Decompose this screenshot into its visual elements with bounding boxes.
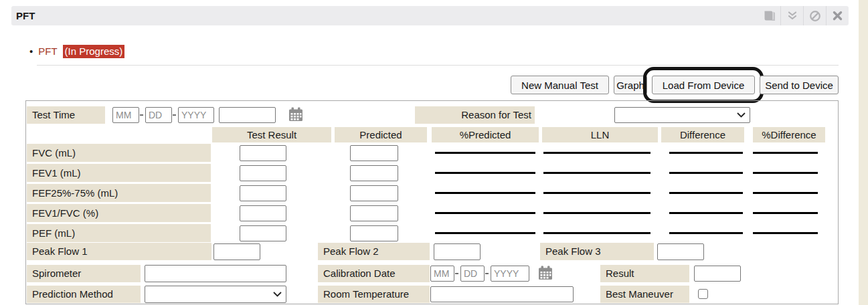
empty-value-line <box>753 212 818 214</box>
empty-value-line <box>543 172 650 174</box>
column-header-lln: LLN <box>542 127 658 142</box>
fev1-fvc-test-result-input[interactable] <box>240 205 286 221</box>
empty-value-line <box>543 212 650 214</box>
empty-value-line <box>669 192 743 194</box>
empty-value-line <box>753 152 818 154</box>
test-date-month-input[interactable] <box>112 107 139 123</box>
column-header-pct-difference: %Difference <box>753 127 825 142</box>
status-badge: (In Progress) <box>63 45 125 58</box>
column-header-pct-predicted: %Predicted <box>432 127 539 142</box>
prediction-method-label: Prediction Method <box>27 286 141 303</box>
fev1-predicted-input[interactable] <box>350 165 398 181</box>
peak-flow-2-input[interactable] <box>434 243 481 260</box>
page-edge-strip <box>859 0 868 305</box>
metric-label: FEV1 (mL) <box>27 164 211 182</box>
date-separator <box>140 114 143 116</box>
fev1-fvc-predicted-input[interactable] <box>350 205 398 221</box>
double-chevron-down-icon <box>787 11 798 21</box>
fef-test-result-input[interactable] <box>240 185 286 201</box>
empty-value-line <box>435 192 535 194</box>
section-header-bar <box>11 6 849 25</box>
empty-value-line <box>435 152 535 154</box>
empty-value-line <box>435 232 535 234</box>
graph-button[interactable]: Graph <box>614 76 647 94</box>
page-title: PFT <box>16 6 35 25</box>
chevron-down-icon <box>737 112 746 118</box>
room-temperature-input[interactable] <box>430 286 574 302</box>
empty-value-line <box>753 172 818 174</box>
fef-predicted-input[interactable] <box>350 185 398 201</box>
fvc-predicted-input[interactable] <box>350 145 398 161</box>
empty-value-line <box>435 172 535 174</box>
peak-flow-1-input[interactable] <box>213 243 260 260</box>
empty-value-line <box>669 232 743 234</box>
empty-value-line <box>753 232 818 234</box>
double-chevron-down-icon[interactable] <box>780 6 803 25</box>
peak-flow-3-input[interactable] <box>657 243 704 260</box>
metric-label: FEF25%-75% (mL) <box>27 184 211 202</box>
status-line: • PFT (In Progress) <box>29 44 124 58</box>
empty-value-line <box>543 232 650 234</box>
calendar-icon[interactable] <box>288 107 303 124</box>
reason-for-test-select[interactable] <box>614 107 750 123</box>
bullet-dot: • <box>29 45 33 57</box>
empty-value-line <box>669 172 743 174</box>
action-button-row: New Manual Test Graph Load From Device S… <box>0 76 839 94</box>
load-from-device-button[interactable]: Load From Device <box>652 76 755 94</box>
result-label: Result <box>600 265 689 282</box>
empty-value-line <box>435 212 535 214</box>
empty-value-line <box>543 152 650 154</box>
date-separator <box>173 114 176 116</box>
test-time-input[interactable] <box>219 107 276 123</box>
test-time-label: Test Time <box>27 106 105 124</box>
spirometer-input[interactable] <box>145 265 286 282</box>
calibration-year-input[interactable] <box>491 266 529 282</box>
no-entry-icon[interactable] <box>803 6 826 25</box>
column-header-test-result: Test Result <box>212 127 331 142</box>
calibration-date-label: Calibration Date <box>318 265 430 282</box>
best-maneuver-label: Best Maneuver <box>600 286 689 303</box>
date-separator <box>455 273 458 274</box>
date-separator <box>485 273 489 274</box>
calibration-month-input[interactable] <box>430 266 454 282</box>
metric-label: FEV1/FVC (%) <box>27 204 211 222</box>
status-item-label: PFT <box>38 45 57 57</box>
chevron-down-icon <box>273 292 282 297</box>
close-icon[interactable] <box>826 6 849 25</box>
empty-value-line <box>543 192 650 194</box>
reason-for-test-label: Reason for Test <box>415 106 535 124</box>
divider <box>37 65 839 66</box>
peak-flow-2-label: Peak Flow 2 <box>318 243 430 260</box>
new-manual-test-button[interactable]: New Manual Test <box>511 76 609 94</box>
room-temperature-label: Room Temperature <box>318 286 430 303</box>
fvc-test-result-input[interactable] <box>240 145 286 161</box>
fev1-test-result-input[interactable] <box>240 165 286 181</box>
empty-value-line <box>669 152 743 154</box>
spirometer-label: Spirometer <box>27 265 141 282</box>
header-toolbar <box>758 6 849 25</box>
column-header-predicted: Predicted <box>335 127 427 142</box>
empty-value-line <box>753 192 818 194</box>
calendar-icon[interactable] <box>538 266 553 282</box>
peak-flow-3-label: Peak Flow 3 <box>540 243 654 260</box>
test-date-day-input[interactable] <box>145 107 172 123</box>
prediction-method-select[interactable] <box>145 286 286 303</box>
pft-page: PFT • PFT (In Progress) <box>0 0 868 305</box>
peak-flow-1-label: Peak Flow 1 <box>27 243 211 260</box>
send-to-device-button[interactable]: Send to Device <box>760 76 839 94</box>
notebook-icon[interactable] <box>758 6 780 25</box>
no-entry-icon <box>809 10 821 22</box>
pef-test-result-input[interactable] <box>240 225 286 241</box>
metric-label: FVC (mL) <box>27 144 211 162</box>
test-date-year-input[interactable] <box>178 107 214 123</box>
best-maneuver-checkbox[interactable] <box>698 289 708 299</box>
result-input[interactable] <box>694 266 741 282</box>
notebook-icon <box>763 10 776 21</box>
close-x-icon <box>833 11 843 21</box>
calibration-day-input[interactable] <box>460 266 485 282</box>
metric-label: PEF (mL) <box>27 224 211 242</box>
empty-value-line <box>669 212 743 214</box>
column-header-difference: Difference <box>661 127 744 142</box>
pef-predicted-input[interactable] <box>350 225 398 241</box>
